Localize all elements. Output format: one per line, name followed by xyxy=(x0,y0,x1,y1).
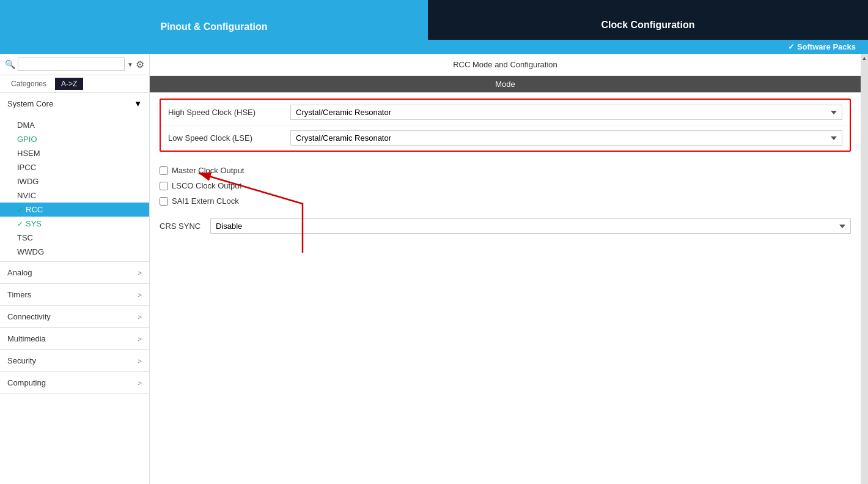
sidebar-item-iwdg[interactable]: IWDG xyxy=(0,174,149,188)
sai1-extern-checkbox[interactable] xyxy=(160,197,168,206)
mode-header: Mode xyxy=(150,76,861,92)
computing-label: Computing xyxy=(7,378,46,387)
lsco-clock-checkbox[interactable] xyxy=(160,182,168,190)
computing-section: Computing > xyxy=(0,372,149,394)
rcc-label: RCC xyxy=(26,205,43,214)
multimedia-label: Multimedia xyxy=(7,334,46,343)
sidebar-item-dma[interactable]: DMA xyxy=(0,118,149,132)
content-area: RCC Mode and Configuration Mode High Spe… xyxy=(150,54,861,484)
sidebar-item-tsc[interactable]: TSC xyxy=(0,231,149,245)
pinout-label: Pinout & Configuration xyxy=(160,21,267,32)
system-core-section: System Core ▼ DMA GPIO HSEM IPCC IWDG NV… xyxy=(0,93,149,262)
sidebar: 🔍 ▼ ⚙ Categories A->Z System Core ▼ DMA … xyxy=(0,54,150,484)
timers-header[interactable]: Timers > xyxy=(0,284,149,305)
top-header: Pinout & Configuration Clock Configurati… xyxy=(0,0,868,54)
master-clock-row: Master Clock Output xyxy=(160,163,851,178)
search-dropdown-arrow[interactable]: ▼ xyxy=(127,61,133,68)
lsco-clock-row: LSCO Clock Output xyxy=(160,178,851,193)
analog-section: Analog > xyxy=(0,262,149,284)
computing-header[interactable]: Computing > xyxy=(0,372,149,393)
master-clock-label: Master Clock Output xyxy=(172,166,245,175)
crs-sync-select[interactable]: Disable Enable xyxy=(210,218,851,234)
security-header[interactable]: Security > xyxy=(0,350,149,371)
timers-chevron-icon: > xyxy=(138,291,142,299)
sidebar-search-bar: 🔍 ▼ ⚙ xyxy=(0,54,149,75)
gear-icon[interactable]: ⚙ xyxy=(136,59,144,70)
hse-select[interactable]: Crystal/Ceramic Resonator Disable BYPASS… xyxy=(290,105,842,120)
timers-label: Timers xyxy=(7,290,31,299)
multimedia-header[interactable]: Multimedia > xyxy=(0,328,149,349)
multimedia-section: Multimedia > xyxy=(0,328,149,350)
checkboxes-section: Master Clock Output LSCO Clock Output SA… xyxy=(150,158,861,214)
scroll-up-icon: ▲ xyxy=(862,55,867,61)
system-core-chevron-icon: ▼ xyxy=(134,99,142,108)
analog-chevron-icon: > xyxy=(138,269,142,277)
crs-sync-label: CRS SYNC xyxy=(160,222,205,231)
sidebar-item-gpio[interactable]: GPIO xyxy=(0,132,149,146)
analog-label: Analog xyxy=(7,268,32,277)
connectivity-label: Connectivity xyxy=(7,312,51,321)
sidebar-item-wwdg[interactable]: WWDG xyxy=(0,245,149,259)
connectivity-section: Connectivity > xyxy=(0,306,149,328)
computing-chevron-icon: > xyxy=(138,379,142,387)
rcc-check-icon: ✓ xyxy=(17,206,23,214)
system-core-label: System Core xyxy=(7,99,53,108)
pinout-header[interactable]: Pinout & Configuration xyxy=(0,0,428,54)
clock-label: Clock Configuration xyxy=(601,20,695,31)
crs-row: CRS SYNC Disable Enable xyxy=(150,214,861,239)
system-core-items: DMA GPIO HSEM IPCC IWDG NVIC ✓ RCC ✓ SYS… xyxy=(0,114,149,261)
multimedia-chevron-icon: > xyxy=(138,335,142,343)
lse-select[interactable]: Crystal/Ceramic Resonator Disable BYPASS… xyxy=(290,130,842,146)
system-core-header[interactable]: System Core ▼ xyxy=(0,93,149,114)
sidebar-item-nvic[interactable]: NVIC xyxy=(0,188,149,203)
hse-label: High Speed Clock (HSE) xyxy=(168,108,290,117)
sidebar-tabs: Categories A->Z xyxy=(0,75,149,93)
master-clock-checkbox[interactable] xyxy=(160,166,168,175)
sidebar-item-rcc[interactable]: ✓ RCC xyxy=(0,203,149,217)
lse-label: Low Speed Clock (LSE) xyxy=(168,133,290,143)
lsco-clock-label: LSCO Clock Output xyxy=(172,181,241,190)
mode-section: High Speed Clock (HSE) Crystal/Ceramic R… xyxy=(160,99,851,152)
analog-header[interactable]: Analog > xyxy=(0,262,149,283)
sidebar-item-hsem[interactable]: HSEM xyxy=(0,146,149,160)
sai1-extern-row: SAI1 Extern CLock xyxy=(160,193,851,209)
tab-categories[interactable]: Categories xyxy=(5,78,53,90)
clock-header[interactable]: Clock Configuration ✓ Software Packs xyxy=(428,0,868,54)
tab-az[interactable]: A->Z xyxy=(55,78,83,90)
hse-row: High Speed Clock (HSE) Crystal/Ceramic R… xyxy=(161,100,850,125)
sys-label: SYS xyxy=(26,219,42,228)
software-packs-bar[interactable]: ✓ Software Packs xyxy=(428,40,868,54)
sidebar-item-sys[interactable]: ✓ SYS xyxy=(0,217,149,231)
main-area: 🔍 ▼ ⚙ Categories A->Z System Core ▼ DMA … xyxy=(0,54,868,484)
software-packs-label: ✓ Software Packs xyxy=(788,42,856,51)
connectivity-chevron-icon: > xyxy=(138,313,142,321)
connectivity-header[interactable]: Connectivity > xyxy=(0,306,149,327)
security-chevron-icon: > xyxy=(138,357,142,365)
lse-row: Low Speed Clock (LSE) Crystal/Ceramic Re… xyxy=(161,125,850,151)
search-icon: 🔍 xyxy=(5,59,15,69)
sai1-extern-label: SAI1 Extern CLock xyxy=(172,196,239,206)
content-title: RCC Mode and Configuration xyxy=(150,54,861,76)
scrollbar-right[interactable]: ▲ xyxy=(861,54,868,484)
sidebar-item-ipcc[interactable]: IPCC xyxy=(0,160,149,174)
search-input[interactable] xyxy=(18,58,125,71)
security-section: Security > xyxy=(0,350,149,372)
timers-section: Timers > xyxy=(0,284,149,306)
sys-check-icon: ✓ xyxy=(17,220,23,228)
security-label: Security xyxy=(7,356,36,365)
